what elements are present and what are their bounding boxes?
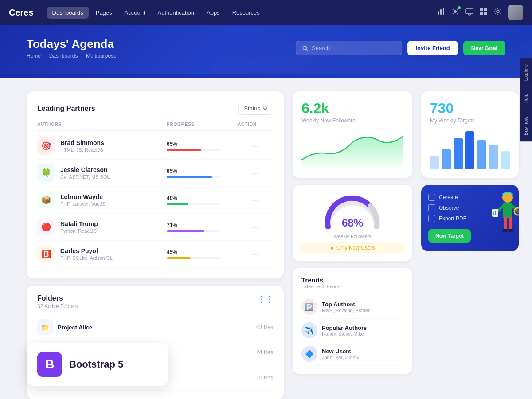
svg-rect-1 xyxy=(440,9,442,15)
action-button[interactable]: ··· xyxy=(238,250,273,258)
action-button[interactable]: ··· xyxy=(238,142,273,149)
promo-menu-label: Export PDF xyxy=(439,215,466,222)
partner-avatar: 📦 xyxy=(37,191,55,209)
folder-files: 24 files xyxy=(256,349,273,356)
gauge-container: 68% xyxy=(321,194,383,229)
svg-rect-10 xyxy=(484,8,487,11)
weekly-targets-bar-chart xyxy=(430,129,510,169)
new-target-button[interactable]: New Target xyxy=(428,229,471,243)
partner-avatar: 🔴 xyxy=(37,218,55,236)
gauge-percentage: 68% xyxy=(342,217,363,229)
svg-rect-16 xyxy=(503,203,512,218)
folders-subtitle: 32 Active Folders xyxy=(37,303,78,309)
promo-menu-icon xyxy=(428,194,435,201)
progress-bar xyxy=(167,257,220,259)
svg-rect-12 xyxy=(484,12,487,15)
folder-files: 43 files xyxy=(256,324,273,330)
table-row: 🔴 Natali Trump Python, ReactJS 71% ··· xyxy=(37,214,273,241)
partner-details: Jessie Clarcson C#, ASP.NET, MS SQL xyxy=(60,166,110,180)
trend-icon: 🅿️ xyxy=(301,299,317,315)
progress-label: 85% xyxy=(167,168,233,174)
table-header: AUTHORS PROGRESS ACTION xyxy=(37,122,273,131)
bootstrap-overlay: B Bootstrap 5 xyxy=(27,343,168,386)
progress-bar xyxy=(167,149,220,151)
partner-tech: PHP, SQLite, Artisan CLI xyxy=(60,255,114,261)
partner-avatar: 🅱️ xyxy=(37,245,55,263)
col-progress: PROGRESS xyxy=(167,122,238,127)
promo-menu-icon xyxy=(428,204,435,211)
page-title: Todays' Agenda xyxy=(27,37,117,51)
progress-label: 40% xyxy=(167,195,233,201)
nav-authentication[interactable]: Authentication xyxy=(153,7,200,19)
help-tab[interactable]: Help xyxy=(520,87,532,110)
leading-partners-header: Leading Partners Status xyxy=(37,102,273,115)
partner-info: 🔴 Natali Trump Python, ReactJS xyxy=(37,218,167,236)
col-authors: AUTHORS xyxy=(37,122,167,127)
progress-bar xyxy=(167,230,220,232)
partner-details: Natali Trump Python, ReactJS xyxy=(60,220,98,234)
partner-tech: Python, ReactJS xyxy=(60,228,98,234)
svg-rect-2 xyxy=(443,8,444,15)
weekly-followers-card: 6.2k Weekly New Followers xyxy=(293,91,412,178)
trends-subtitle: Latest tech trends xyxy=(301,284,403,289)
promo-menu-label: Observe xyxy=(439,205,459,211)
bar-item xyxy=(501,151,510,169)
partner-info: 📦 Lebron Wayde PHP, Laravel, VueJS xyxy=(37,191,167,209)
progress-bar xyxy=(167,176,220,178)
progress-fill xyxy=(167,176,212,178)
side-tabs: Explore Help Buy now xyxy=(520,58,532,141)
folder-name: Project Alice xyxy=(58,324,92,331)
only-new-users-text: Only New Users xyxy=(336,245,375,251)
trend-name: New Users xyxy=(322,348,359,355)
progress-fill xyxy=(167,230,204,232)
grid-icon[interactable] xyxy=(480,8,488,17)
bar-chart-icon[interactable] xyxy=(437,8,445,17)
nav-account[interactable]: Account xyxy=(119,7,151,19)
page-title-group: Todays' Agenda Home - Dashboards - Multi… xyxy=(27,37,117,59)
action-button[interactable]: ··· xyxy=(238,196,273,203)
partner-info: 🅱️ Carles Puyol PHP, SQLite, Artisan CLI xyxy=(37,245,167,263)
svg-rect-22 xyxy=(508,229,513,232)
nav-dashboards[interactable]: Dashboards xyxy=(47,7,89,19)
weekly-targets-card: 730 My Weekly Targets xyxy=(421,91,519,178)
bar-item xyxy=(489,145,498,169)
gauge-label: Weekly Followers xyxy=(333,234,372,239)
partner-name: Carles Puyol xyxy=(60,247,114,254)
explore-tab[interactable]: Explore xyxy=(520,58,532,87)
svg-rect-19 xyxy=(504,217,507,230)
nav-pages[interactable]: Pages xyxy=(90,7,117,19)
promo-menu-label: Cereate xyxy=(439,194,458,200)
action-button[interactable]: ··· xyxy=(238,169,273,176)
svg-rect-8 xyxy=(466,9,473,14)
status-dropdown[interactable]: Status xyxy=(238,102,273,115)
svg-point-4 xyxy=(453,9,454,10)
folders-dots-icon[interactable]: ⋮⋮ xyxy=(257,294,273,304)
nav-resources[interactable]: Resources xyxy=(227,7,265,19)
trend-icon: ✈️ xyxy=(301,322,317,338)
partner-details: Brad Simmons HTML, JS, ReactJS xyxy=(60,139,104,153)
message-icon[interactable] xyxy=(466,8,473,17)
bar-item xyxy=(442,149,451,169)
followers-area-chart xyxy=(301,129,403,169)
avatar[interactable] xyxy=(508,5,523,20)
gauge-card: 68% Weekly Followers ● Only New Users xyxy=(293,185,412,261)
svg-point-7 xyxy=(457,13,458,15)
nav-apps[interactable]: Apps xyxy=(201,7,225,19)
brand-logo[interactable]: Ceres xyxy=(9,8,34,18)
folders-header: Folders 32 Active Folders ⋮⋮ xyxy=(37,294,273,309)
navbar: Ceres Dashboards Pages Account Authentic… xyxy=(0,0,532,25)
buy-now-tab[interactable]: Buy now xyxy=(520,110,532,141)
sparkle-icon[interactable] xyxy=(451,8,459,17)
promo-menu-icon xyxy=(428,215,435,222)
leading-partners-card: Leading Partners Status AUTHORS PROGRESS… xyxy=(27,91,284,278)
folder-details: Project Alice xyxy=(58,324,92,331)
folders-title-group: Folders 32 Active Folders xyxy=(37,294,78,309)
partner-name: Brad Simmons xyxy=(60,139,104,146)
folder-info: 📁 Project Alice xyxy=(37,319,92,335)
trend-desc: Mark, Rowling, Esther xyxy=(322,308,370,313)
settings-icon[interactable] xyxy=(494,8,502,17)
svg-point-6 xyxy=(453,13,454,15)
weekly-targets-label: My Weekly Targets xyxy=(430,117,510,124)
weekly-followers-label: Weekly New Followers xyxy=(301,117,403,124)
action-button[interactable]: ··· xyxy=(238,223,273,231)
